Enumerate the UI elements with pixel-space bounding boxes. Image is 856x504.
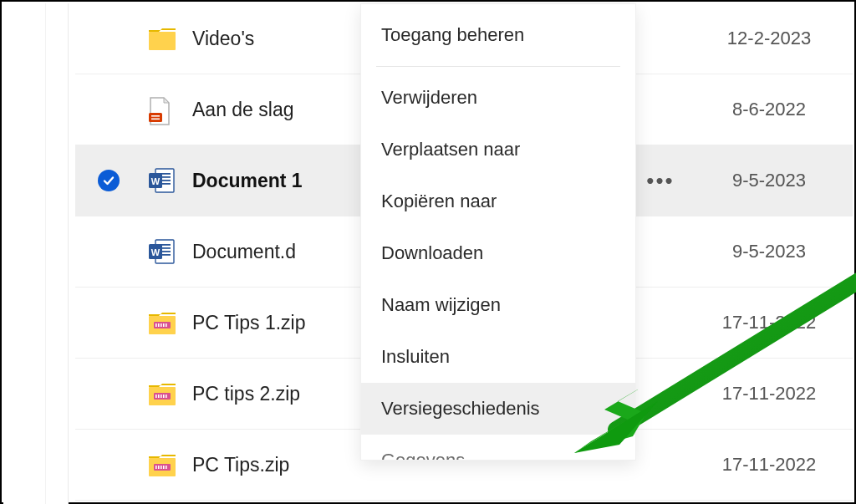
svg-rect-30 (163, 395, 165, 398)
menu-item-manage-access[interactable]: Toegang beheren (361, 9, 635, 61)
left-gutter (3, 3, 69, 504)
file-date: 9-5-2023 (685, 170, 853, 191)
file-icon-cell (130, 380, 192, 407)
svg-rect-20 (155, 323, 157, 327)
svg-rect-2 (151, 115, 160, 117)
file-date: 17-11-2022 (685, 383, 853, 405)
zip-folder-icon (147, 451, 176, 478)
svg-text:W: W (151, 247, 160, 257)
file-icon-cell (130, 309, 192, 336)
menu-item-details[interactable]: Gegevens (361, 435, 635, 460)
menu-item-delete[interactable]: Verwijderen (361, 72, 635, 124)
file-date: 17-11-2022 (685, 454, 853, 476)
menu-item-download[interactable]: Downloaden (361, 227, 635, 279)
file-icon-cell (130, 451, 192, 478)
app-frame: Video's 12-2-2023 Aan de slag (0, 0, 856, 504)
folder-icon (147, 25, 176, 52)
word-icon: W (147, 166, 176, 195)
checkmark-icon (98, 170, 120, 191)
menu-item-copy-to[interactable]: Kopiëren naar (361, 176, 635, 227)
svg-rect-0 (149, 32, 176, 50)
menu-divider (376, 66, 620, 67)
menu-item-move-to[interactable]: Verplaatsen naar (361, 124, 635, 176)
zip-folder-icon (147, 309, 176, 336)
file-icon-cell: W (130, 237, 192, 266)
svg-rect-24 (166, 323, 167, 327)
pdf-icon (147, 96, 176, 123)
row-actions[interactable]: ••• (635, 168, 685, 194)
menu-item-embed[interactable]: Insluiten (361, 331, 635, 383)
selection-cell[interactable] (87, 170, 130, 191)
word-icon: W (147, 237, 176, 266)
svg-text:W: W (151, 176, 160, 186)
svg-rect-29 (160, 395, 162, 398)
svg-rect-27 (155, 395, 157, 398)
file-date: 17-11-2022 (685, 312, 853, 333)
svg-rect-21 (158, 323, 160, 327)
menu-item-rename[interactable]: Naam wijzigen (361, 279, 635, 331)
zip-folder-icon (147, 380, 176, 407)
file-icon-cell: W (130, 166, 192, 195)
svg-rect-23 (163, 323, 165, 327)
svg-rect-22 (160, 323, 162, 327)
svg-rect-28 (158, 395, 160, 398)
file-date: 12-2-2023 (685, 28, 853, 49)
context-menu[interactable]: Toegang beheren Verwijderen Verplaatsen … (360, 3, 636, 461)
svg-rect-34 (155, 466, 157, 469)
svg-rect-35 (158, 466, 160, 469)
file-icon-cell (130, 96, 192, 123)
svg-rect-3 (151, 119, 160, 120)
svg-rect-37 (163, 466, 165, 469)
file-date: 9-5-2023 (685, 241, 853, 262)
svg-rect-31 (166, 395, 167, 398)
menu-item-version-history[interactable]: Versiegeschiedenis (361, 383, 635, 435)
file-date: 8-6-2022 (685, 99, 853, 120)
gutter-divider (45, 3, 46, 504)
svg-rect-1 (149, 113, 162, 122)
svg-rect-36 (160, 466, 162, 469)
file-icon-cell (130, 25, 192, 52)
svg-rect-38 (166, 466, 167, 469)
